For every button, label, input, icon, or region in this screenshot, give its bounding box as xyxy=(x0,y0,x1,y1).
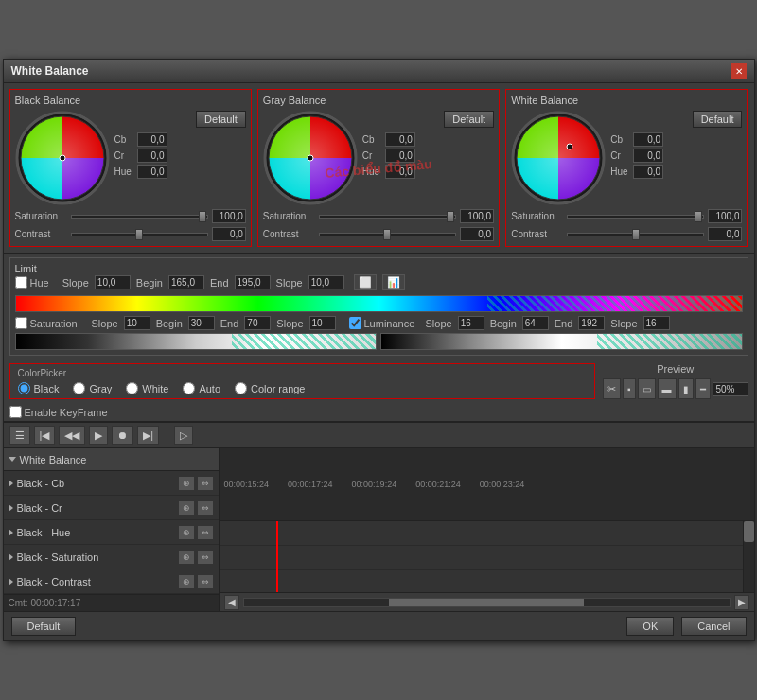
cancel-button[interactable]: Cancel xyxy=(681,617,746,636)
sat-end-input[interactable] xyxy=(244,316,271,330)
timeline-play-button[interactable]: ▶ xyxy=(89,426,108,445)
white-radio-label[interactable]: White xyxy=(126,382,168,394)
track-expand-icon[interactable] xyxy=(9,480,13,487)
scrollbar-thumb-h[interactable] xyxy=(389,599,583,606)
gray-contrast-value[interactable] xyxy=(460,227,494,241)
track-keyframe-btn[interactable]: ⊕ xyxy=(178,500,195,516)
scroll-left-button[interactable]: ◀ xyxy=(224,595,239,610)
lum-begin-input[interactable] xyxy=(522,316,549,330)
track-expand-icon[interactable] xyxy=(9,553,13,561)
track-expand-icon[interactable] xyxy=(9,529,13,536)
gray-saturation-value[interactable] xyxy=(460,209,494,223)
bottom-default-button[interactable]: Default xyxy=(11,617,77,636)
color-range-radio[interactable] xyxy=(235,382,247,394)
track-keyframe-btn[interactable]: ⊕ xyxy=(178,476,195,491)
hue-end-input[interactable] xyxy=(235,275,271,289)
black-cr-input[interactable] xyxy=(137,149,167,163)
keyframe-checkbox[interactable] xyxy=(9,406,22,418)
track-keyframe-btn[interactable]: ⊕ xyxy=(178,525,195,540)
sat-slope-input1[interactable] xyxy=(124,316,150,330)
hue-slope-input1[interactable] xyxy=(95,275,131,289)
gray-default-button[interactable]: Default xyxy=(444,111,494,128)
black-saturation-slider[interactable] xyxy=(71,210,208,223)
hue-slope-input2[interactable] xyxy=(308,275,344,289)
white-saturation-slider[interactable] xyxy=(567,210,704,223)
white-saturation-value[interactable] xyxy=(708,209,742,223)
track-nav-btn[interactable]: ⇔ xyxy=(197,525,214,540)
sat-begin-input[interactable] xyxy=(188,316,215,330)
gray-contrast-slider[interactable] xyxy=(319,228,456,241)
lum-end-input[interactable] xyxy=(578,316,605,330)
white-radio[interactable] xyxy=(126,382,138,394)
white-contrast-value[interactable] xyxy=(708,227,742,241)
luminance-checkbox-label[interactable]: Luminance xyxy=(349,317,420,329)
preview-percent-input[interactable] xyxy=(713,382,748,396)
timeline-prev-button[interactable]: |◀ xyxy=(34,426,56,445)
track-nav-btn[interactable]: ⇔ xyxy=(197,574,214,589)
track-nav-btn[interactable]: ⇔ xyxy=(197,500,214,516)
lum-slope-input1[interactable] xyxy=(458,316,484,330)
ok-button[interactable]: OK xyxy=(626,617,674,636)
white-cb-input[interactable] xyxy=(633,132,663,147)
gray-cb-input[interactable] xyxy=(385,132,415,147)
white-balance-title: White Balance xyxy=(511,95,742,106)
white-cr-input[interactable] xyxy=(633,149,663,163)
hue-checkbox-label[interactable]: Hue xyxy=(15,276,49,289)
scrollbar-thumb-v[interactable] xyxy=(744,521,754,543)
scroll-right-button[interactable]: ▶ xyxy=(734,595,749,610)
black-contrast-value[interactable] xyxy=(212,227,246,241)
white-contrast-slider[interactable] xyxy=(567,228,704,241)
preview-mode3-button[interactable]: ▬ xyxy=(658,378,677,399)
black-hue-input[interactable] xyxy=(137,165,167,179)
hue-begin-input[interactable] xyxy=(168,275,204,289)
white-default-button[interactable]: Default xyxy=(693,111,743,128)
hue-checkbox[interactable] xyxy=(15,276,27,289)
black-radio[interactable] xyxy=(18,382,30,394)
preview-mode1-button[interactable]: ▪ xyxy=(623,378,636,399)
saturation-checkbox[interactable] xyxy=(15,317,27,329)
auto-radio-label[interactable]: Auto xyxy=(183,382,220,394)
gray-saturation-slider[interactable] xyxy=(319,210,456,223)
black-radio-label[interactable]: Black xyxy=(18,382,60,394)
white-color-wheel[interactable] xyxy=(511,111,606,205)
gray-cr-input[interactable] xyxy=(385,149,415,163)
gray-color-wheel[interactable] xyxy=(263,111,358,205)
expand-icon[interactable] xyxy=(9,457,16,462)
track-expand-icon[interactable] xyxy=(9,578,13,586)
preview-clip-button[interactable]: ✂ xyxy=(603,378,621,399)
black-cb-input[interactable] xyxy=(137,132,167,147)
luminance-checkbox[interactable] xyxy=(349,317,361,329)
timeline-stop-button[interactable]: ⏺ xyxy=(112,426,133,445)
track-nav-btn[interactable]: ⇔ xyxy=(197,550,214,565)
close-button[interactable]: ✕ xyxy=(731,63,747,79)
track-nav-btn[interactable]: ⇔ xyxy=(197,476,214,491)
black-default-button[interactable]: Default xyxy=(196,111,246,128)
hue-graph-button2[interactable]: 📊 xyxy=(382,274,405,290)
track-keyframe-btn[interactable]: ⊕ xyxy=(178,574,195,589)
timeline-rewind-button[interactable]: ◀◀ xyxy=(59,426,85,445)
black-color-wheel[interactable] xyxy=(15,111,110,205)
preview-mode2-button[interactable]: ▭ xyxy=(638,378,656,399)
preview-mode5-button[interactable]: ━ xyxy=(695,378,711,399)
gray-radio-label[interactable]: Gray xyxy=(73,382,112,394)
keyframe-checkbox-label[interactable]: Enable KeyFrame xyxy=(9,406,108,418)
color-range-radio-label[interactable]: Color range xyxy=(235,382,305,394)
timeline-scrollbar-v[interactable] xyxy=(743,521,754,593)
timeline-forward-button[interactable]: ▷ xyxy=(174,426,193,445)
gray-radio[interactable] xyxy=(73,382,85,394)
timeline-next-button[interactable]: ▶| xyxy=(137,426,159,445)
hue-graph-button1[interactable]: ⬜ xyxy=(354,274,377,290)
timeline-scrollbar-h[interactable] xyxy=(243,598,731,607)
gray-hue-input[interactable] xyxy=(385,165,415,179)
saturation-checkbox-label[interactable]: Saturation xyxy=(15,317,86,329)
lum-slope-input2[interactable] xyxy=(643,316,670,330)
black-contrast-slider[interactable] xyxy=(71,228,208,241)
preview-mode4-button[interactable]: ▮ xyxy=(678,378,694,399)
black-saturation-value[interactable] xyxy=(212,209,246,223)
sat-slope-input2[interactable] xyxy=(309,316,336,330)
auto-radio[interactable] xyxy=(183,382,195,394)
white-hue-input[interactable] xyxy=(633,165,663,179)
track-keyframe-btn[interactable]: ⊕ xyxy=(178,550,195,565)
track-expand-icon[interactable] xyxy=(9,504,13,512)
timeline-menu-button[interactable]: ☰ xyxy=(9,426,30,445)
